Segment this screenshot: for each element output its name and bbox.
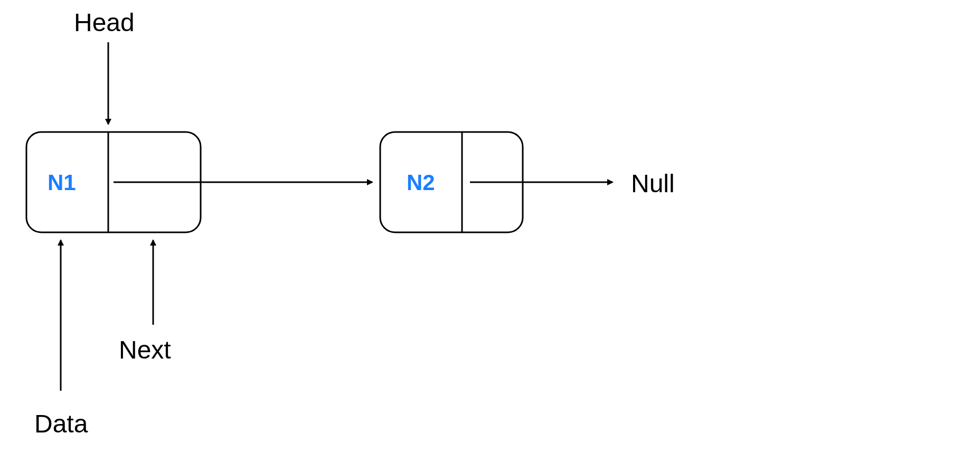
data-label: Data <box>34 409 88 438</box>
linked-list-diagram <box>0 0 980 452</box>
node-n2-label: N2 <box>407 170 435 195</box>
null-label: Null <box>631 169 675 198</box>
head-label: Head <box>74 8 135 37</box>
node-n1-label: N1 <box>48 170 76 195</box>
next-label: Next <box>119 335 171 364</box>
